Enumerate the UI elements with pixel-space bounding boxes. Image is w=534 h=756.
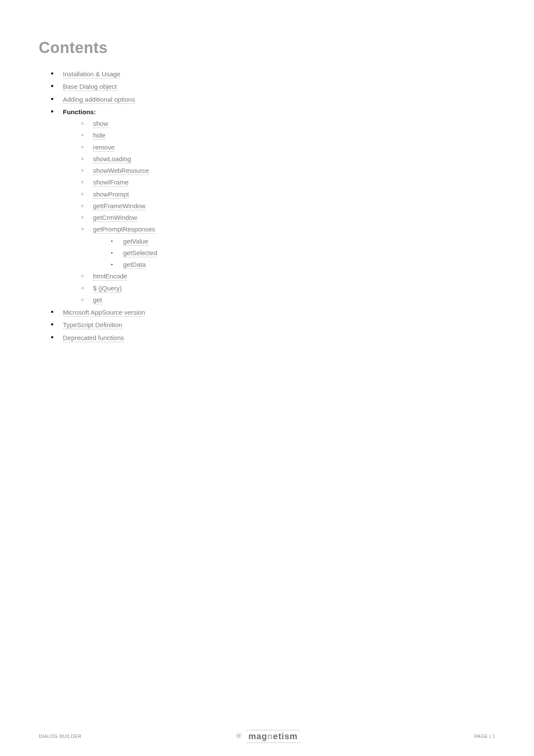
- toc-link[interactable]: Adding additional options: [63, 96, 135, 104]
- brand-prefix: mag: [248, 731, 267, 741]
- toc-item: showWebResource: [81, 166, 495, 175]
- toc-item: Microsoft AppSource version: [51, 307, 495, 317]
- toc-item: getSelected: [111, 248, 495, 258]
- footer-brand: magnetism: [235, 730, 300, 743]
- toc-label: Functions:: [63, 108, 96, 116]
- toc-link[interactable]: getPromptResponses: [93, 225, 155, 234]
- toc-item: show: [81, 119, 495, 128]
- toc-item: showIFrame: [81, 177, 495, 187]
- footer-right: PAGE | 1: [474, 734, 495, 739]
- brand-logo-icon: [235, 731, 244, 741]
- toc-link[interactable]: getCrmWindow: [93, 214, 137, 222]
- toc-item: getPromptResponsesgetValuegetSelectedget…: [81, 224, 495, 269]
- brand-accent: n: [267, 731, 273, 741]
- page-title: Contents: [39, 39, 495, 57]
- toc-item: getCrmWindow: [81, 212, 495, 222]
- toc-item: getValue: [111, 236, 495, 246]
- toc-sublist: showhideremoveshowLoadingshowWebResource…: [63, 119, 495, 305]
- toc-link[interactable]: getValue: [123, 237, 148, 246]
- toc-item: getData: [111, 259, 495, 269]
- toc-link[interactable]: showLoading: [93, 155, 131, 163]
- toc-link[interactable]: getIFrameWindow: [93, 202, 146, 210]
- toc-subsublist: getValuegetSelectedgetData: [93, 236, 495, 270]
- toc-link[interactable]: Base Dialog object: [63, 83, 117, 91]
- toc-item: get: [81, 295, 495, 305]
- toc-item: htmlEncode: [81, 271, 495, 281]
- toc-link[interactable]: getData: [123, 261, 146, 269]
- footer-left: DIALOG BUILDER: [39, 734, 81, 739]
- brand-suffix: etism: [273, 731, 298, 741]
- toc-link[interactable]: hide: [93, 131, 105, 140]
- toc-item: Adding additional options: [51, 94, 495, 104]
- brand-logo-text: magnetism: [247, 730, 300, 743]
- toc-item: remove: [81, 142, 495, 152]
- toc-link[interactable]: remove: [93, 144, 115, 152]
- toc-item: hide: [81, 130, 495, 140]
- toc-item: showPrompt: [81, 189, 495, 199]
- toc-link[interactable]: showWebResource: [93, 167, 149, 175]
- toc-link[interactable]: Microsoft AppSource version: [63, 309, 145, 317]
- toc-item: Deprecated functions: [51, 333, 495, 343]
- toc-link[interactable]: getSelected: [123, 249, 157, 257]
- toc-link[interactable]: Deprecated functions: [63, 334, 124, 342]
- toc-item: Base Dialog object: [51, 81, 495, 91]
- toc-item: getIFrameWindow: [81, 201, 495, 211]
- toc-item: showLoading: [81, 154, 495, 164]
- toc-item: $ (jQuery): [81, 283, 495, 293]
- toc-item: TypeScript Definition: [51, 320, 495, 330]
- toc-item: Functions:showhideremoveshowLoadingshowW…: [51, 107, 495, 305]
- toc-link[interactable]: htmlEncode: [93, 272, 127, 281]
- toc-list: Installation & UsageBase Dialog objectAd…: [39, 69, 495, 343]
- toc-link[interactable]: showPrompt: [93, 191, 129, 199]
- toc-link[interactable]: Installation & Usage: [63, 70, 120, 78]
- toc-link[interactable]: get: [93, 296, 102, 304]
- toc-link[interactable]: $ (jQuery): [93, 284, 122, 293]
- page-footer: DIALOG BUILDER magnetism PAGE | 1: [0, 734, 534, 739]
- toc-link[interactable]: showIFrame: [93, 178, 129, 187]
- toc-link[interactable]: show: [93, 120, 108, 128]
- toc-item: Installation & Usage: [51, 69, 495, 79]
- toc-link[interactable]: TypeScript Definition: [63, 321, 122, 329]
